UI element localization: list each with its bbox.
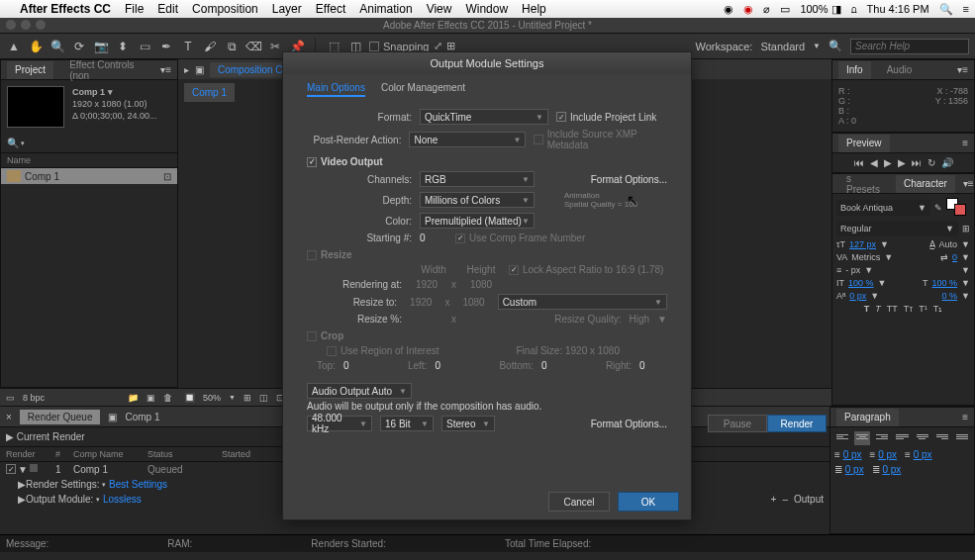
tab-render-queue[interactable]: Render Queue [20,410,101,424]
align-right-icon[interactable] [874,431,890,445]
align-center-icon[interactable] [854,431,870,445]
clone-tool-icon[interactable]: ⧉ [224,39,240,54]
output-module-link[interactable]: Lossless [103,494,142,505]
menu-extra-icon[interactable]: ⌀ [763,3,770,16]
close-window-icon[interactable] [6,20,16,30]
justify-last-right-icon[interactable] [934,431,950,445]
prev-frame-icon[interactable]: ◀ [870,157,878,168]
wifi-icon[interactable]: ⩍ [851,3,857,15]
audio-output-dropdown[interactable]: Audio Output Auto▼ [307,383,412,399]
magnification-icon[interactable]: 🔲 [184,393,195,403]
search-help-input[interactable] [850,39,969,54]
tab-timeline-comp[interactable]: Comp 1 [125,412,159,422]
font-size-input[interactable]: 127 px [849,239,876,249]
workspace-selector[interactable]: Standard [760,41,805,52]
allcaps-icon[interactable]: TT [887,304,898,314]
bpc-toggle[interactable]: 8 bpc [23,393,45,403]
tab-audio[interactable]: Audio [879,61,921,79]
tsume-input[interactable]: 0 % [942,291,958,301]
depth-dropdown[interactable]: Millions of Colors▼ [420,192,535,208]
viewer-option-icon[interactable]: ⊞ [244,393,251,403]
panel-menu-icon[interactable]: ▾≡ [957,64,968,75]
leading-input[interactable]: Auto [939,239,958,249]
tab-main-options[interactable]: Main Options [307,82,365,97]
swap-colors-icon[interactable]: ⊞ [962,224,970,233]
color-dropdown[interactable]: Premultiplied (Matted)▼ [420,213,535,229]
eraser-tool-icon[interactable]: ⌫ [245,39,261,54]
justify-last-left-icon[interactable] [894,431,910,445]
clock[interactable]: Thu 4:16 PM [867,3,929,15]
tab-color-management[interactable]: Color Management [381,82,465,97]
disclosure-icon[interactable]: ▼ [18,464,28,475]
last-frame-icon[interactable]: ⏭ [912,157,922,168]
label-color-icon[interactable] [30,464,38,472]
shape-tool-icon[interactable]: ▭ [137,39,152,54]
col-name-header[interactable]: Name [7,155,31,165]
starting-number-input[interactable]: 0 [420,233,447,243]
pen-tool-icon[interactable]: ✒ [158,39,174,54]
panel-menu-icon[interactable]: ▾≡ [963,178,974,189]
play-icon[interactable]: ▶ [884,157,892,168]
pause-button[interactable]: Pause [708,415,767,432]
animation-menu[interactable]: Animation [359,2,412,16]
tab-preview[interactable]: Preview [838,135,890,152]
interpret-footage-icon[interactable]: ▭ [6,393,15,403]
tab-character[interactable]: Character [896,175,955,193]
baseline-input[interactable]: 0 px [849,291,866,301]
resize-quality-dropdown[interactable]: High [630,314,650,325]
justify-last-center-icon[interactable] [915,431,930,445]
cancel-button[interactable]: Cancel [548,492,610,512]
mute-icon[interactable]: 🔊 [941,157,953,168]
zoom-level[interactable]: 50% [203,393,221,403]
bold-icon[interactable]: T [864,304,870,314]
battery-status[interactable]: 100% ◨ [800,3,840,16]
disclosure-icon[interactable]: ▶ [18,494,26,505]
crop-top-input[interactable]: 0 [343,360,371,371]
trash-icon[interactable]: 🗑 [163,393,172,403]
app-menu[interactable]: After Effects CC [20,2,111,16]
view-menu[interactable]: View [427,2,452,16]
include-project-link-checkbox[interactable]: ✓Include Project Link [556,112,656,123]
resize-height-input[interactable]: 1080 [457,297,489,308]
color-swatches[interactable] [946,198,970,218]
crop-left-input[interactable]: 0 [435,360,462,371]
tab-effect-controls[interactable]: Effect Controls (non [61,61,152,79]
minimize-window-icon[interactable] [21,20,31,30]
add-output-icon[interactable]: + [771,494,777,505]
loop-icon[interactable]: ↻ [927,157,935,168]
selection-tool-icon[interactable]: ▲ [6,39,22,54]
indent-left-input[interactable]: 0 px [843,449,862,460]
kerning-select[interactable]: Metrics [851,252,880,262]
brush-tool-icon[interactable]: 🖌 [202,39,218,54]
render-checkbox[interactable]: ✓ [6,464,16,474]
search-dropdown-icon[interactable]: ▾ [21,140,25,147]
hscale-input[interactable]: 100 % [932,278,958,288]
italic-icon[interactable]: T [875,304,881,314]
format-options-button[interactable]: Format Options... [564,174,667,185]
indent-first-input[interactable]: 0 px [914,449,932,460]
align-left-icon[interactable] [834,431,850,445]
disclosure-icon[interactable]: ▶ [6,431,14,442]
space-after-input[interactable]: 0 px [882,464,901,475]
menu-extra-icon[interactable]: ◉ [724,3,733,16]
stroke-input[interactable]: - px [845,265,860,275]
remove-output-icon[interactable]: – [782,494,788,505]
tab-presets[interactable]: s Presets [838,175,888,193]
tab-project[interactable]: Project [7,61,53,79]
effect-menu[interactable]: Effect [316,2,345,16]
channels-dropdown[interactable]: RGB▼ [420,171,535,187]
tracking-input[interactable]: 0 [952,252,957,262]
rotation-tool-icon[interactable]: ⟳ [71,39,87,54]
vscale-input[interactable]: 100 % [848,278,874,288]
tab-info[interactable]: Info [838,61,871,79]
font-family-dropdown[interactable]: Book Antiqua▼ [836,200,930,216]
render-settings-link[interactable]: Best Settings [109,479,167,490]
roto-tool-icon[interactable]: ✂ [267,39,283,54]
record-icon[interactable]: ◉ [743,3,753,16]
type-tool-icon[interactable]: T [180,39,196,54]
comp-viewer-lock-icon[interactable]: ▸ [184,64,189,75]
search-icon[interactable]: 🔍 [7,138,19,148]
use-comp-frame-checkbox[interactable]: ✓Use Comp Frame Number [455,233,585,243]
disclosure-icon[interactable]: ▾ [96,496,100,504]
col-num[interactable]: # [55,449,73,459]
